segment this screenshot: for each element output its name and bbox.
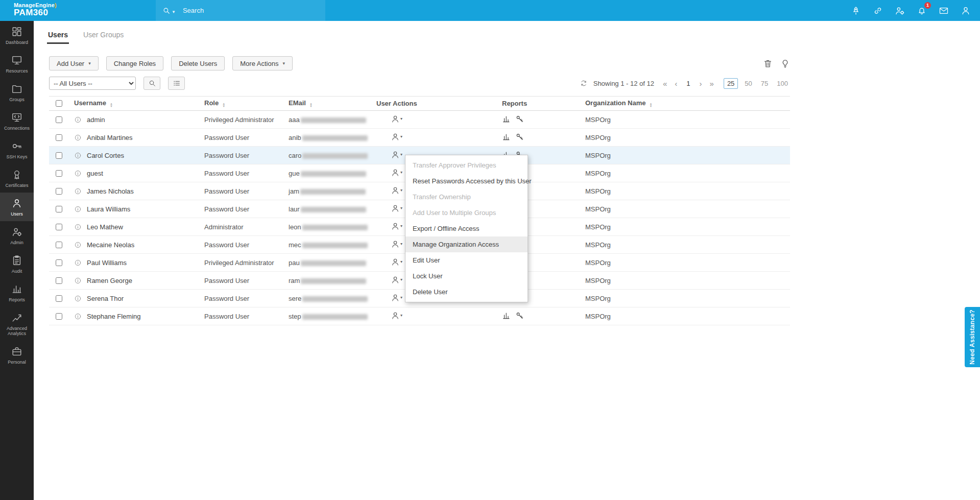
- sidebar-item-advanced-analytics[interactable]: Advanced Analytics: [0, 307, 34, 341]
- menu-item-delete-user[interactable]: Delete User: [405, 284, 528, 300]
- search-input[interactable]: [182, 6, 309, 15]
- help-bulb-icon[interactable]: [780, 59, 790, 68]
- search-scope-chevron-icon[interactable]: ▼: [172, 10, 176, 14]
- row-checkbox[interactable]: [56, 259, 62, 266]
- search-icon[interactable]: [162, 6, 171, 15]
- row-checkbox[interactable]: [56, 224, 62, 230]
- row-checkbox[interactable]: [56, 170, 62, 177]
- bell-button[interactable]: 1: [917, 6, 927, 16]
- sort-icon[interactable]: ▲▼: [222, 103, 225, 108]
- row-checkbox[interactable]: [56, 277, 62, 284]
- sidebar-item-admin[interactable]: Admin: [0, 221, 34, 250]
- menu-item-manage-organization-access[interactable]: Manage Organization Access: [405, 236, 528, 252]
- info-icon[interactable]: [74, 241, 82, 249]
- last-page-button[interactable]: »: [709, 79, 715, 88]
- chain-link-icon: [873, 6, 883, 16]
- row-checkbox[interactable]: [56, 295, 62, 302]
- user-actions-menu-button[interactable]: ▾: [391, 293, 402, 302]
- user-report-chart-icon[interactable]: [502, 132, 511, 141]
- trash-icon[interactable]: [763, 59, 773, 68]
- page-size-75[interactable]: 75: [759, 79, 770, 88]
- mail-button[interactable]: [939, 6, 949, 16]
- sidebar-item-resources[interactable]: Resources: [0, 50, 34, 78]
- user-actions-menu-button[interactable]: ▾: [391, 114, 402, 124]
- row-checkbox[interactable]: [56, 134, 62, 141]
- sidebar-item-personal[interactable]: Personal: [0, 341, 34, 369]
- page-size-25[interactable]: 25: [724, 78, 738, 89]
- row-checkbox[interactable]: [56, 242, 62, 248]
- info-icon[interactable]: [74, 205, 82, 213]
- info-icon[interactable]: [74, 116, 82, 124]
- info-icon[interactable]: [74, 313, 82, 320]
- info-icon[interactable]: [74, 170, 82, 177]
- sidebar-item-reports[interactable]: Reports: [0, 278, 34, 307]
- column-chooser-button[interactable]: [168, 77, 185, 90]
- user-actions-menu-button[interactable]: ▾: [391, 222, 402, 231]
- need-assistance-tab[interactable]: Need Assistance?: [965, 307, 980, 367]
- info-icon[interactable]: [74, 134, 82, 141]
- passwords-accessed-key-icon[interactable]: [515, 114, 524, 124]
- user-actions-menu-button[interactable]: ▾: [391, 150, 402, 159]
- change-roles-button[interactable]: Change Roles: [106, 56, 163, 70]
- sidebar-item-dashboard[interactable]: Dashboard: [0, 21, 34, 50]
- more-actions-button[interactable]: More Actions▾: [232, 56, 293, 70]
- checkbox-cell: [49, 290, 74, 307]
- page-size-50[interactable]: 50: [743, 79, 754, 88]
- user-actions-menu-button[interactable]: ▾: [391, 275, 402, 284]
- row-checkbox[interactable]: [56, 313, 62, 320]
- sidebar-item-connections[interactable]: Connections: [0, 107, 34, 135]
- sidebar-item-certificates[interactable]: Certificates: [0, 164, 34, 193]
- sidebar-item-groups[interactable]: Groups: [0, 78, 34, 107]
- pam360-logo[interactable]: ManageEngine) PAM360: [14, 2, 57, 17]
- passwords-accessed-key-icon[interactable]: [515, 132, 524, 141]
- sort-icon[interactable]: ▲▼: [309, 103, 313, 108]
- user-report-chart-icon[interactable]: [502, 311, 511, 320]
- delete-users-button[interactable]: Delete Users: [171, 56, 225, 70]
- info-icon[interactable]: [74, 277, 82, 284]
- prev-page-button[interactable]: ‹: [674, 79, 678, 88]
- sidebar-item-ssh-keys[interactable]: SSH Keys: [0, 135, 34, 164]
- sort-icon[interactable]: ▲▼: [649, 103, 652, 108]
- info-icon[interactable]: [74, 259, 82, 267]
- first-page-button[interactable]: «: [662, 79, 668, 88]
- user-filter-select[interactable]: -- All Users --: [49, 77, 136, 90]
- select-all-checkbox[interactable]: [56, 100, 62, 107]
- info-icon[interactable]: [74, 152, 82, 159]
- user-report-chart-icon[interactable]: [502, 114, 511, 124]
- user-actions-menu-button[interactable]: ▾: [391, 168, 402, 177]
- row-checkbox[interactable]: [56, 188, 62, 195]
- user-actions-menu-button[interactable]: ▾: [391, 204, 402, 213]
- sidebar-item-audit[interactable]: Audit: [0, 250, 34, 278]
- menu-item-lock-user[interactable]: Lock User: [405, 268, 528, 284]
- user-actions-menu-button[interactable]: ▾: [391, 240, 402, 249]
- row-checkbox[interactable]: [56, 152, 62, 159]
- info-icon[interactable]: [74, 223, 82, 231]
- user-actions-menu-button[interactable]: ▾: [391, 257, 402, 267]
- next-page-button[interactable]: ›: [699, 79, 703, 88]
- tab-users[interactable]: Users: [47, 28, 69, 44]
- menu-item-export-offline-access[interactable]: Export / Offline Access: [405, 221, 528, 236]
- refresh-icon[interactable]: [580, 79, 588, 87]
- row-checkbox[interactable]: [56, 116, 62, 123]
- chain-link-button[interactable]: [873, 6, 883, 16]
- user-actions-menu-button[interactable]: ▾: [391, 186, 402, 195]
- page-size-100[interactable]: 100: [775, 79, 790, 88]
- tab-user-groups[interactable]: User Groups: [82, 28, 125, 44]
- profile-button[interactable]: [961, 6, 971, 16]
- sidebar-item-users[interactable]: Users: [0, 193, 34, 221]
- user-silhouette-icon: [391, 275, 400, 284]
- sort-icon[interactable]: ▲▼: [110, 103, 113, 108]
- user-actions-menu-button[interactable]: ▾: [391, 132, 402, 141]
- user-actions-menu-button[interactable]: ▾: [391, 311, 402, 320]
- rocket-button[interactable]: [851, 6, 861, 16]
- row-checkbox[interactable]: [56, 206, 62, 212]
- table-search-button[interactable]: [144, 77, 160, 90]
- user-settings-button[interactable]: [895, 6, 905, 16]
- email-prefix: leon: [289, 223, 301, 231]
- passwords-accessed-key-icon[interactable]: [515, 311, 524, 320]
- add-user-button[interactable]: Add User▾: [49, 56, 99, 70]
- menu-item-reset-passwords-accessed-by-this-user[interactable]: Reset Passwords Accessed by this User: [405, 173, 528, 189]
- info-icon[interactable]: [74, 187, 82, 195]
- menu-item-edit-user[interactable]: Edit User: [405, 252, 528, 268]
- info-icon[interactable]: [74, 295, 82, 302]
